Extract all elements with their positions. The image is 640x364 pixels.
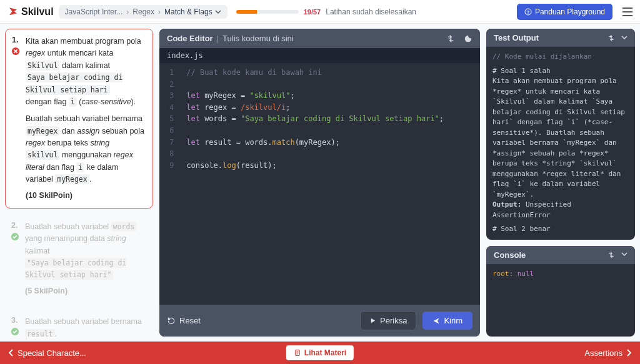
editor-subtitle: Tulis kodemu di sini	[222, 34, 294, 43]
brand-text: Skilvul	[21, 6, 54, 17]
hamburger-icon	[622, 7, 632, 16]
task-body: Buatlah sebuah variabel bernama result. …	[25, 316, 146, 337]
code-content[interactable]: // Buat kode kamu di bawah ini let myReg…	[180, 63, 480, 305]
editor-panel: Code Editor | Tulis kodemu di sini index…	[159, 29, 480, 337]
chevron-left-icon	[9, 349, 14, 357]
guide-button[interactable]: ? Panduan Playground	[517, 4, 612, 20]
progress-note: Latihan sudah diselesaikan	[326, 7, 416, 16]
task-number: 1.	[12, 36, 21, 202]
next-lesson-button[interactable]: Assertions	[584, 348, 631, 358]
chevron-right-icon: ›	[126, 7, 129, 16]
success-icon	[11, 232, 19, 241]
success-icon	[11, 327, 19, 336]
topbar: Skilvul JavaScript Inter... › Regex › Ma…	[0, 0, 640, 24]
editor-title: Code Editor	[167, 34, 213, 43]
console-title: Console	[494, 250, 526, 260]
editor-header: Code Editor | Tulis kodemu di sini	[159, 29, 480, 48]
output-panel: Test Output // Kode mulai dijalankan # S…	[486, 29, 635, 337]
chevron-right-icon	[626, 349, 631, 357]
code-editor[interactable]: 123456789 // Buat kode kamu di bawah ini…	[159, 63, 480, 305]
play-icon	[369, 317, 376, 324]
check-button[interactable]: Periksa	[360, 311, 416, 330]
breadcrumb: JavaScript Inter... › Regex › Match & Fl…	[59, 5, 228, 19]
crumb-lesson[interactable]: Match & Flags	[164, 7, 221, 16]
crumb-course[interactable]: JavaScript Inter...	[65, 7, 123, 16]
expand-icon[interactable]	[446, 34, 455, 43]
theme-icon[interactable]	[464, 34, 472, 43]
document-icon	[294, 349, 301, 357]
expand-icon[interactable]	[608, 251, 615, 258]
main-layout: 1. Kita akan membuat program pola regex …	[0, 24, 640, 342]
test-output-block: Test Output // Kode mulai dijalankan # S…	[486, 29, 635, 240]
logo-icon	[8, 6, 19, 17]
menu-button[interactable]	[622, 7, 632, 16]
lesson-footer: Special Characte... Lihat Materi Asserti…	[0, 342, 640, 364]
console-block: Console root: null	[486, 246, 635, 337]
brand-logo[interactable]: Skilvul	[8, 6, 54, 17]
task-panel: 1. Kita akan membuat program pola regex …	[5, 29, 153, 337]
chevron-down-icon	[215, 9, 221, 15]
progress-count: 19/57	[304, 8, 321, 16]
console-body: root: null	[486, 264, 635, 285]
task-points: (10 SkilPoin)	[26, 190, 145, 202]
task-3: 3. Buatlah sebuah variabel bernama resul…	[5, 310, 153, 337]
chevron-right-icon: ›	[158, 7, 161, 16]
test-output-header: Test Output	[486, 29, 635, 47]
task-1: 1. Kita akan membuat program pola regex …	[5, 29, 153, 209]
send-icon	[432, 317, 440, 325]
line-gutter: 123456789	[159, 63, 180, 305]
file-tab[interactable]: index.js	[159, 48, 480, 63]
task-points: (5 SkilPoin)	[25, 285, 146, 297]
view-material-button[interactable]: Lihat Materi	[286, 345, 354, 361]
help-icon: ?	[524, 8, 532, 16]
task-2: 2. Buatlah sebuah variabel words yang me…	[5, 215, 153, 303]
chevron-down-icon[interactable]	[621, 34, 628, 41]
progress: 19/57 Latihan sudah diselesaikan	[236, 7, 416, 16]
expand-icon[interactable]	[608, 34, 615, 42]
reset-icon	[167, 317, 176, 325]
test-output-title: Test Output	[494, 33, 539, 42]
chevron-down-icon[interactable]	[621, 251, 628, 257]
task-body: Kita akan membuat program pola regex unt…	[26, 36, 145, 202]
prev-lesson-button[interactable]: Special Characte...	[9, 348, 86, 358]
test-output-body: // Kode mulai dijalankan # Soal 1 salah …	[486, 47, 635, 240]
svg-text:?: ?	[527, 9, 529, 14]
console-header: Console	[486, 246, 635, 264]
editor-footer: Reset Periksa Kirim	[159, 305, 480, 337]
crumb-topic[interactable]: Regex	[132, 7, 154, 16]
submit-button[interactable]: Kirim	[422, 312, 472, 330]
error-icon	[11, 47, 20, 56]
progress-bar	[236, 10, 299, 14]
task-body: Buatlah sebuah variabel words yang menam…	[25, 221, 146, 297]
reset-button[interactable]: Reset	[167, 316, 201, 325]
